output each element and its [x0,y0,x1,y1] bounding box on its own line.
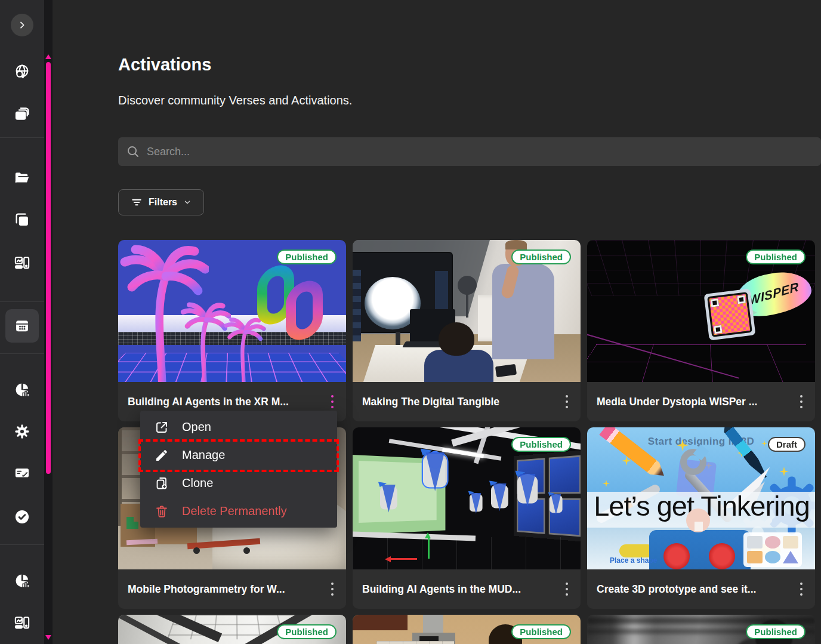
card-title: Media Under Dystopia WISPer ... [597,396,795,408]
robot [649,530,751,569]
image-and-phone-icon [14,254,30,271]
activation-card[interactable]: Published Making The Digital Tangible [353,240,581,421]
search-icon [126,144,140,159]
card-thumbnail-interior[interactable]: Published [118,615,346,644]
status-badge: Draft [768,437,805,452]
sidebar-expand-button[interactable] [11,14,33,36]
card-thumbnail-neon-grid[interactable]: WISPER Published [587,240,815,382]
status-badge: Published [746,624,805,639]
sidebar-item-collections[interactable] [9,101,35,128]
status-badge: Published [511,624,571,639]
copy-pages-icon [14,211,30,228]
sidebar [0,0,44,644]
card-title: Create 3D prototype and see it... [597,583,795,596]
folder-open-icon [14,170,30,186]
activation-card[interactable]: WISPER Published Media Under Dystopia WI… [587,240,815,421]
sidebar-divider [0,137,44,138]
trash-icon [155,504,169,519]
open-icon [155,420,169,435]
sidebar-item-duplicates[interactable] [9,207,35,233]
sidebar-item-files[interactable] [9,165,35,191]
sidebar-item-reports[interactable] [9,568,35,594]
check-circle-icon [14,509,30,525]
menu-item-delete-permanently[interactable]: Delete Permanently [140,497,337,525]
activation-card[interactable]: Published [353,615,581,644]
menu-item-open[interactable]: Open [140,413,337,441]
status-badge: Published [511,437,571,452]
globe-search-icon [14,63,30,80]
card-menu-button[interactable] [560,579,573,599]
page-title: Activations [118,55,211,75]
art-bottom-text: Place a shape [610,556,657,565]
card-thumbnail-grayscale[interactable]: Published [587,615,815,644]
card-edit-icon [14,464,30,481]
status-badge: Published [277,249,337,264]
page-subtitle: Discover community Verses and Activation… [118,94,352,107]
sidebar-item-discover[interactable] [9,58,35,85]
sidebar-divider [0,353,44,354]
card-menu-button[interactable] [560,392,573,412]
status-badge: Published [746,249,805,264]
card-context-menu: Open Manage Clone Delete Permanently [140,411,337,528]
activation-card[interactable]: Published Building AI Agents in the MUD.… [353,427,581,609]
scrollbar-thumb[interactable] [46,62,51,474]
search-bar [118,137,821,166]
menu-item-manage[interactable]: Manage [140,441,337,469]
card-title: Making The Digital Tangible [362,396,560,408]
card-menu-button[interactable] [795,579,808,599]
gear-icon [14,423,30,440]
status-badge: Published [511,249,571,264]
app-window: Activations Discover community Verses an… [0,0,821,644]
chevron-right-icon [17,20,27,30]
sidebar-divider [0,544,44,545]
qr-sticker [709,294,750,335]
activation-card[interactable]: Start designing in 3D [587,427,815,609]
status-badge: Published [277,624,337,639]
card-title: Building AI Agents in the XR M... [128,396,326,408]
layers-stack-icon [14,106,30,123]
clone-icon [155,476,169,491]
card-thumbnail-tinkering[interactable]: Start designing in 3D [587,427,815,569]
pie-analytics-icon [14,572,30,589]
activation-card[interactable]: Published Building AI Agents in the XR M… [118,240,346,421]
card-menu-button[interactable] [795,392,808,412]
menu-item-clone[interactable]: Clone [140,469,337,497]
card-thumbnail-studio-photo[interactable]: Published [353,240,581,382]
sidebar-item-approvals[interactable] [9,504,35,530]
card-menu-button[interactable] [326,579,339,599]
card-thumbnail-synthwave[interactable]: Published [118,240,346,382]
pie-analytics-icon [14,381,30,398]
standing-person [492,264,554,359]
calendar-grid-icon [14,318,30,334]
filters-label: Filters [149,197,177,208]
filter-icon [131,196,143,208]
sidebar-item-analytics[interactable] [9,377,35,403]
sidebar-divider [0,301,44,302]
card-title: Mobile Photogrammetry for W... [128,583,326,596]
filters-button[interactable]: Filters [118,189,204,215]
sidebar-item-feedback[interactable] [9,460,35,486]
chevron-down-icon [183,198,192,207]
sidebar-item-media-devices[interactable] [9,249,35,276]
sidebar-item-activations[interactable] [9,313,35,339]
card-thumbnail-kitchen[interactable]: Published [353,615,581,644]
shape-panel [743,532,802,567]
activation-card[interactable]: Published [587,615,815,644]
fan [458,276,477,295]
sidebar-scrollbar-track[interactable] [44,0,53,644]
scroll-down-arrow[interactable] [45,635,51,640]
card-title: Building AI Agents in the MUD... [362,583,560,596]
sidebar-item-devices[interactable] [9,609,35,636]
scroll-up-arrow[interactable] [45,54,51,59]
card-thumbnail-mocap[interactable]: Published [353,427,581,569]
image-and-phone-icon [14,614,30,631]
sidebar-item-settings[interactable] [9,418,35,445]
activation-card[interactable]: Published [118,615,346,644]
card-menu-button-active[interactable] [326,392,339,412]
search-input[interactable] [147,137,803,166]
pencil-icon [155,448,169,463]
copilot-logo [257,266,329,344]
